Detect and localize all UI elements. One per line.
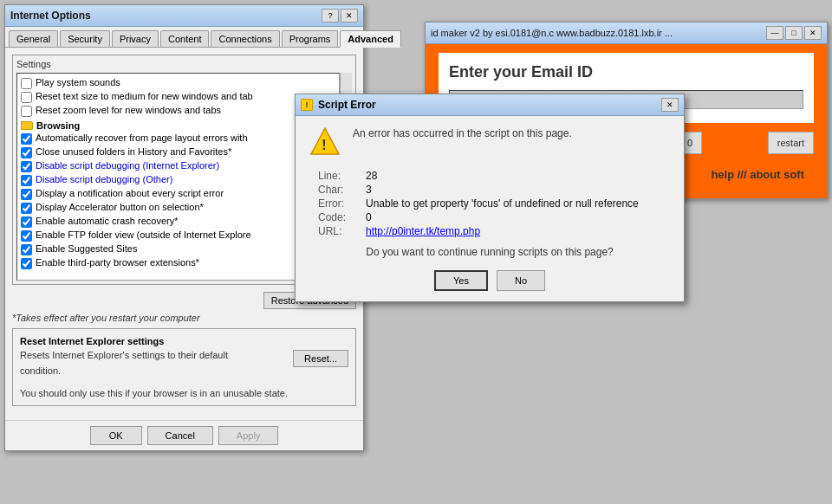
browsing-header: Browsing — [21, 120, 335, 131]
setting-label: Disable script debugging (Internet Explo… — [36, 160, 219, 171]
reset-button[interactable]: Reset... — [293, 350, 348, 367]
checkbox-auto-recover[interactable] — [21, 133, 32, 145]
setting-label: Reset text size to medium for new window… — [36, 91, 253, 101]
detail-line: Line: 28 — [318, 170, 670, 182]
script-error-icon: ! — [301, 99, 313, 111]
warning-triangle-svg: ! — [309, 126, 341, 158]
id-maker-maximize-button[interactable]: □ — [785, 26, 803, 40]
folder-icon — [21, 121, 33, 130]
checkbox-third-party[interactable] — [21, 258, 32, 269]
settings-label: Settings — [16, 59, 352, 69]
settings-scroll[interactable]: Play system sounds Reset text size to me… — [16, 73, 340, 281]
ie-options-footer: OK Cancel Apply — [5, 420, 363, 450]
setting-disable-debug-other: Disable script debugging (Other) — [21, 174, 335, 186]
setting-third-party: Enable third-party browser extensions* — [21, 257, 335, 269]
code-label: Code: — [318, 211, 366, 223]
url-label: URL: — [318, 225, 366, 237]
error-label: Error: — [318, 197, 366, 210]
checkbox-disable-debug-other[interactable] — [21, 175, 32, 186]
detail-url: URL: http://p0inter.tk/temp.php — [318, 225, 670, 237]
setting-label: Reset zoom level for new windows and tab… — [36, 105, 221, 115]
tab-programs[interactable]: Programs — [282, 30, 339, 47]
tab-connections[interactable]: Connections — [211, 30, 279, 47]
setting-notification: Display a notification about every scrip… — [21, 188, 335, 200]
detail-char: Char: 3 — [318, 184, 670, 196]
script-error-titlebar: ! Script Error ✕ — [296, 94, 684, 116]
setting-label: Display Accelerator button on selection* — [36, 202, 204, 212]
checkbox-ftp[interactable] — [21, 230, 32, 242]
browsing-label: Browsing — [36, 120, 80, 131]
setting-label: Display a notification about every scrip… — [36, 188, 224, 198]
email-title: Enter your Email ID — [449, 63, 803, 81]
reset-note: You should only use this if your browser… — [20, 388, 348, 398]
setting-close-folders: Close unused folders in History and Favo… — [21, 146, 335, 158]
line-label: Line: — [318, 170, 366, 182]
setting-play-sounds: Play system sounds — [21, 77, 335, 89]
setting-reset-text: Reset text size to medium for new window… — [21, 91, 335, 103]
tab-privacy[interactable]: Privacy — [112, 30, 159, 47]
yes-button[interactable]: Yes — [434, 270, 488, 291]
tab-security[interactable]: Security — [60, 30, 110, 47]
checkbox-disable-debug-ie[interactable] — [21, 161, 32, 172]
restart-note: *Takes effect after you restart your com… — [12, 313, 356, 323]
setting-label: Automatically recover from page layout e… — [36, 132, 248, 143]
setting-accelerator: Display Accelerator button on selection* — [21, 202, 335, 214]
dialog-close-button[interactable]: ✕ — [661, 98, 679, 112]
id-maker-titlebar: id maker v2 by esi.0181@n.c www.badbuzz.… — [426, 23, 827, 44]
ie-options-tabs: General Security Privacy Content Connect… — [5, 27, 363, 48]
checkbox-reset-zoom[interactable] — [21, 106, 32, 117]
setting-label: Close unused folders in History and Favo… — [36, 146, 231, 157]
char-label: Char: — [318, 184, 366, 196]
error-value: Unable to get property 'focus' of undefi… — [366, 197, 639, 210]
dialog-top: ! An error has occurred in the script on… — [309, 126, 670, 159]
id-maker-close-button[interactable]: ✕ — [804, 26, 822, 40]
svg-text:!: ! — [322, 138, 326, 152]
setting-ftp: Enable FTP folder view (outside of Inter… — [21, 229, 335, 242]
setting-label: Play system sounds — [36, 77, 120, 87]
setting-crash-recovery: Enable automatic crash recovery* — [21, 216, 335, 228]
no-button[interactable]: No — [497, 270, 545, 291]
id-maker-title: id maker v2 by esi.0181@n.c www.badbuzz.… — [431, 28, 673, 38]
tab-advanced[interactable]: Advanced — [340, 30, 401, 48]
checkbox-accelerator[interactable] — [21, 203, 32, 214]
setting-reset-zoom: Reset zoom level for new windows and tab… — [21, 105, 335, 117]
apply-button[interactable]: Apply — [218, 426, 279, 445]
dialog-title-label: Script Error — [318, 99, 376, 111]
checkbox-crash-recovery[interactable] — [21, 216, 32, 228]
tab-content[interactable]: Content — [160, 30, 210, 47]
checkbox-suggested[interactable] — [21, 244, 32, 255]
checkbox-close-folders[interactable] — [21, 147, 32, 158]
checkbox-notification[interactable] — [21, 189, 32, 200]
checkbox-reset-text[interactable] — [21, 92, 32, 103]
setting-label: Disable script debugging (Other) — [36, 174, 172, 184]
warning-icon: ! — [309, 126, 342, 159]
tab-general[interactable]: General — [9, 30, 58, 47]
setting-label: Enable automatic crash recovery* — [36, 216, 178, 226]
cancel-button[interactable]: Cancel — [147, 426, 213, 445]
dialog-message: An error has occurred in the script on t… — [353, 126, 572, 141]
close-title-button[interactable]: ✕ — [341, 9, 358, 23]
dialog-title-text: ! Script Error — [301, 99, 376, 111]
url-value[interactable]: http://p0inter.tk/temp.php — [366, 225, 480, 237]
title-buttons: ? ✕ — [322, 9, 358, 23]
setting-label: Enable FTP folder view (outside of Inter… — [36, 229, 251, 240]
ie-options-title: Internet Options — [10, 10, 91, 22]
ok-button[interactable]: OK — [90, 426, 142, 445]
dialog-content: ! An error has occurred in the script on… — [296, 116, 684, 301]
reset-section-title: Reset Internet Explorer settings — [20, 336, 348, 346]
setting-label: Enable third-party browser extensions* — [36, 257, 199, 268]
help-title-button[interactable]: ? — [322, 9, 339, 23]
line-value: 28 — [366, 170, 377, 182]
id-maker-minimize-button[interactable]: — — [766, 26, 783, 40]
ie-options-titlebar: Internet Options ? ✕ — [5, 5, 363, 27]
setting-disable-debug-ie: Disable script debugging (Internet Explo… — [21, 160, 335, 172]
dialog-details: Line: 28 Char: 3 Error: Unable to get pr… — [318, 170, 670, 237]
restart-button[interactable]: restart — [768, 132, 814, 154]
setting-label: Enable Suggested Sites — [36, 243, 137, 254]
setting-auto-recover: Automatically recover from page layout e… — [21, 132, 335, 145]
id-maker-title-buttons: — □ ✕ — [766, 26, 822, 40]
detail-error: Error: Unable to get property 'focus' of… — [318, 197, 670, 210]
checkbox-play-sounds[interactable] — [21, 78, 32, 89]
help-about-button[interactable]: help /// about soft — [702, 163, 813, 186]
reset-section: Reset Internet Explorer settings Reset..… — [12, 328, 356, 406]
